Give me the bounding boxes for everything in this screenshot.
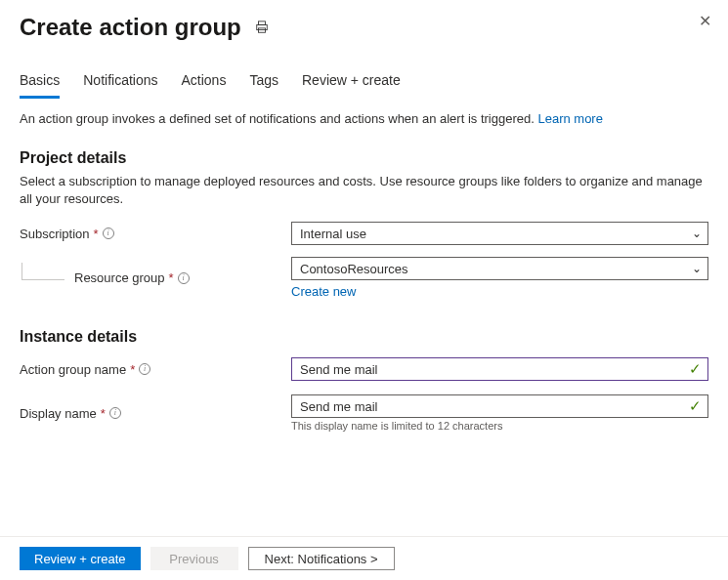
resource-group-label: Resource group: [74, 270, 165, 285]
intro-text: An action group invokes a defined set of…: [20, 110, 708, 134]
create-new-link[interactable]: Create new: [291, 284, 356, 299]
close-icon[interactable]: ✕: [697, 12, 712, 30]
valid-check-icon: ✓: [689, 397, 702, 415]
action-group-name-input[interactable]: Send me mail ✓: [291, 357, 708, 381]
display-name-input[interactable]: Send me mail ✓: [291, 394, 708, 418]
tab-basics[interactable]: Basics: [20, 68, 60, 99]
display-name-value: Send me mail: [300, 399, 377, 414]
tab-review-create[interactable]: Review + create: [302, 68, 401, 99]
required-indicator: *: [101, 406, 106, 421]
svg-rect-0: [258, 21, 265, 25]
chevron-down-icon: ⌄: [692, 227, 702, 240]
page-title: Create action group: [20, 14, 241, 41]
tab-bar: Basics Notifications Actions Tags Review…: [0, 45, 728, 99]
tab-tags[interactable]: Tags: [249, 68, 278, 99]
required-indicator: *: [130, 362, 135, 377]
instance-details-title: Instance details: [20, 328, 708, 346]
subscription-label: Subscription: [20, 227, 90, 241]
review-create-button[interactable]: Review + create: [20, 547, 141, 570]
tree-indent: [21, 263, 64, 280]
resource-group-value: ContosoResources: [300, 262, 408, 276]
info-icon[interactable]: i: [139, 363, 150, 375]
valid-check-icon: ✓: [689, 360, 702, 378]
required-indicator: *: [94, 227, 99, 241]
previous-button: Previous: [150, 547, 238, 570]
required-indicator: *: [169, 270, 174, 285]
learn-more-link[interactable]: Learn more: [537, 111, 602, 126]
chevron-down-icon: ⌄: [692, 262, 702, 275]
display-name-label: Display name: [20, 406, 97, 421]
next-notifications-button[interactable]: Next: Notifications >: [248, 547, 395, 570]
print-icon[interactable]: [255, 21, 269, 34]
action-group-name-value: Send me mail: [300, 362, 377, 377]
subscription-select[interactable]: Internal use ⌄: [291, 222, 708, 245]
action-group-name-label: Action group name: [20, 362, 126, 377]
info-icon[interactable]: i: [103, 228, 114, 239]
info-icon[interactable]: i: [178, 272, 190, 284]
info-icon[interactable]: i: [109, 407, 121, 419]
display-name-helper: This display name is limited to 12 chara…: [291, 420, 708, 432]
footer-bar: Review + create Previous Next: Notificat…: [0, 536, 728, 580]
tab-notifications[interactable]: Notifications: [83, 68, 157, 99]
subscription-value: Internal use: [300, 227, 366, 241]
intro-body: An action group invokes a defined set of…: [20, 111, 537, 126]
resource-group-select[interactable]: ContosoResources ⌄: [291, 257, 708, 280]
tab-actions[interactable]: Actions: [182, 68, 227, 99]
project-details-desc: Select a subscription to manage deployed…: [20, 173, 708, 208]
project-details-title: Project details: [20, 149, 708, 167]
